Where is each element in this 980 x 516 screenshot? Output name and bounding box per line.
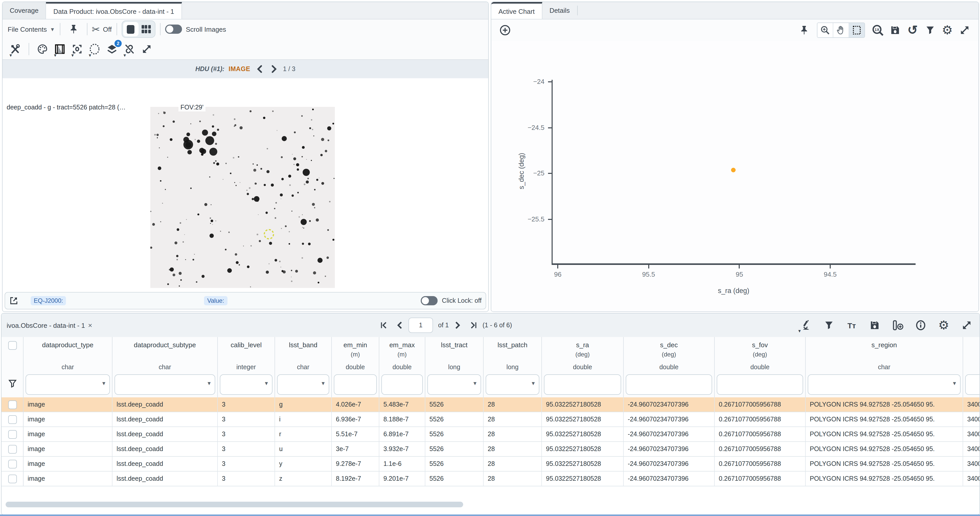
column-filter-input[interactable] [544,374,621,395]
tab-active-chart[interactable]: Active Chart [491,2,542,19]
page-number-input[interactable] [409,318,433,333]
row-checkbox[interactable] [8,415,17,424]
text-view-icon[interactable]: Tᴛ [845,319,858,332]
horizontal-scrollbar[interactable] [6,502,463,507]
tab-details[interactable]: Details [542,2,577,19]
column-header-calib_level[interactable]: calib_levelinteger▼ [218,337,275,397]
chevron-down-icon: ▼ [123,53,127,58]
row-checkbox[interactable] [8,445,17,453]
cell-dataproduct_type: image [24,442,113,456]
select-region-icon[interactable]: ▼ [88,43,101,56]
stretch-histogram-icon[interactable]: ▼ [53,43,67,56]
data-point[interactable] [731,168,736,172]
row-checkbox[interactable] [8,430,17,438]
column-filter-input[interactable] [626,374,712,395]
file-contents-dropdown[interactable]: File Contents ▼ [8,25,55,33]
add-column-icon[interactable] [891,319,904,332]
column-header-dataproduct_subtype[interactable]: dataproduct_subtypechar▼ [113,337,218,397]
save-table-icon[interactable] [868,319,881,332]
unlink-group-icon[interactable]: ▼ [123,43,136,56]
single-image-view-button[interactable] [123,22,138,36]
previous-page-icon[interactable] [396,321,403,329]
chart-toolbar: 1X ↺ ⚙ [491,19,978,41]
popout-icon[interactable] [9,296,18,305]
next-page-icon[interactable] [454,321,461,329]
next-hdu-icon[interactable] [269,64,279,74]
column-header-s_ra[interactable]: s_ra(deg)double [542,337,624,397]
select-all-checkbox[interactable] [8,341,17,350]
column-filter-input[interactable]: ▼ [808,374,961,395]
image-tools-icon[interactable]: ▼ [9,43,22,56]
zoom-original-icon[interactable]: 1X [871,24,885,37]
close-table-icon[interactable]: × [88,321,92,329]
inspect-icon[interactable]: ▼ [799,319,812,332]
first-page-icon[interactable] [380,321,388,329]
column-filter-input[interactable]: ▼ [486,374,539,395]
column-filter-input[interactable] [717,374,803,395]
pin-image-icon[interactable] [67,22,80,36]
column-header-s_fov[interactable]: s_fov(deg)double [715,337,806,397]
column-header-lsst_tract[interactable]: lsst_tractlong▼ [425,337,484,397]
column-header-lsst_band[interactable]: lsst_bandchar▼ [275,337,332,397]
column-header-s_[interactable]: s_lo [963,337,980,397]
column-filter-input[interactable] [381,374,423,395]
table-info-icon[interactable] [914,319,928,332]
column-filter-input[interactable] [334,374,377,395]
table-settings-gear-icon[interactable]: ⚙ [937,319,950,332]
column-header-s_dec[interactable]: s_dec(deg)double [624,337,715,397]
image-display-area[interactable]: deep_coadd - g - tract=5526 patch=28 (… … [3,78,488,291]
tab-data-product[interactable]: Data Product: ivoa.ObsCore - data-int - … [46,2,182,19]
pin-chart-icon[interactable] [797,24,811,37]
pan-tool-icon[interactable] [833,23,849,37]
expand-chart-icon[interactable] [958,24,971,37]
table-row-6[interactable]: imagelsst.deep_coadd3z8.192e-79.201e-755… [2,471,980,486]
column-header-lsst_patch[interactable]: lsst_patchlong▼ [484,337,542,397]
previous-hdu-icon[interactable] [255,64,264,74]
table-row-4[interactable]: imagelsst.deep_coadd3u3e-73.932e-7552628… [2,442,980,457]
click-lock-toggle[interactable] [421,296,438,305]
cell-lsst_band: i [275,412,332,427]
column-header-s_region[interactable]: s_regionchar▼ [806,337,963,397]
add-chart-icon[interactable] [498,24,512,37]
column-filter-input[interactable] [965,374,980,395]
color-palette-icon[interactable] [36,43,49,56]
restore-chart-icon[interactable]: ↺ [906,24,919,37]
filter-table-icon[interactable] [822,319,835,332]
scroll-images-toggle[interactable] [165,25,182,34]
column-filter-input[interactable]: ▼ [25,374,110,395]
column-filter-input[interactable]: ▼ [115,374,215,395]
row-checkbox[interactable] [8,400,17,409]
save-chart-icon[interactable] [888,24,902,37]
scatter-chart[interactable]: −24−24.5−25−25.59695.59594.5s_ra (deg)s_… [491,41,978,311]
table-row-5[interactable]: imagelsst.deep_coadd3y9.278e-71.1e-65526… [2,457,980,471]
row-range-label: (1 - 6 of 6) [483,322,512,329]
grid-image-view-button[interactable] [138,22,154,36]
row-checkbox[interactable] [8,474,17,483]
zoom-tool-icon[interactable] [818,23,833,37]
crop-toggle[interactable]: ✂ Off [92,24,112,34]
column-header-em_min[interactable]: em_min(m)double [332,337,379,397]
column-filter-input[interactable]: ▼ [277,374,329,395]
column-header-em_max[interactable]: em_max(m)double [379,337,425,397]
filter-row-icon[interactable] [8,379,17,388]
layers-icon[interactable]: 2 [105,43,119,56]
expand-table-icon[interactable] [960,319,974,332]
row-checkbox[interactable] [8,459,17,468]
column-filter-input[interactable]: ▼ [427,374,481,395]
divider [29,43,29,55]
chart-settings-gear-icon[interactable]: ⚙ [941,24,954,37]
tab-coverage[interactable]: Coverage [3,2,46,19]
expand-image-icon[interactable] [140,43,153,56]
column-header-dataproduct_type[interactable]: dataproduct_typechar▼ [24,337,113,397]
fits-image[interactable] [150,107,335,288]
recenter-icon[interactable]: ▼ [70,43,84,56]
table-row-3[interactable]: imagelsst.deep_coadd3r5.51e-76.891e-7552… [2,427,980,442]
table-row-2[interactable]: imagelsst.deep_coadd3i6.936e-78.188e-755… [2,412,980,427]
column-filter-input[interactable]: ▼ [220,374,272,395]
select-tool-icon[interactable] [849,23,864,37]
bottom-splitter[interactable] [0,514,980,516]
last-page-icon[interactable] [469,321,477,329]
cell-dataproduct_subtype: lsst.deep_coadd [113,397,218,412]
table-row-1[interactable]: imagelsst.deep_coadd3g4.026e-75.483e-755… [2,397,980,412]
filter-chart-icon[interactable] [923,24,937,37]
